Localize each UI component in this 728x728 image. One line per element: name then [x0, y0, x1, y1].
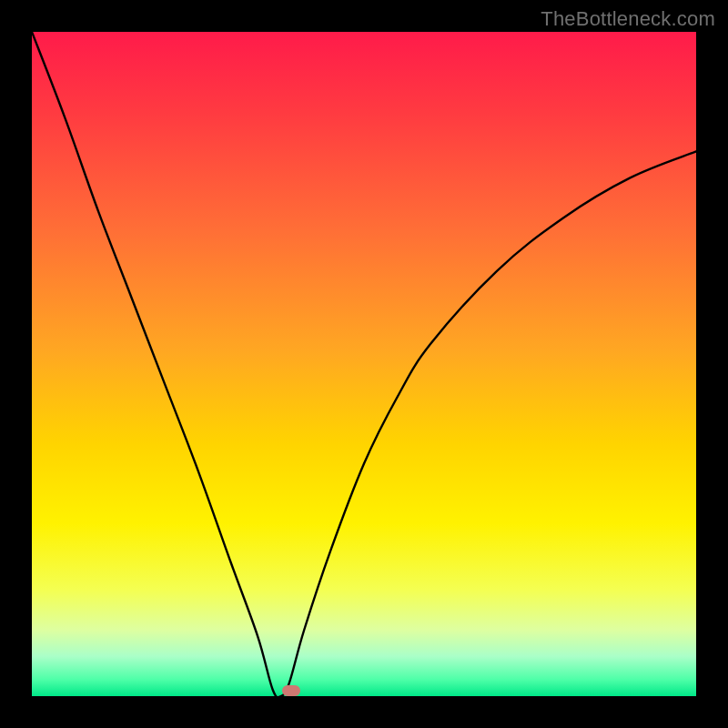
bottleneck-curve [32, 32, 696, 696]
watermark-text: TheBottleneck.com [541, 7, 715, 31]
plot-area [32, 32, 696, 696]
chart-frame: TheBottleneck.com [0, 0, 728, 728]
bottleneck-marker [282, 685, 300, 696]
